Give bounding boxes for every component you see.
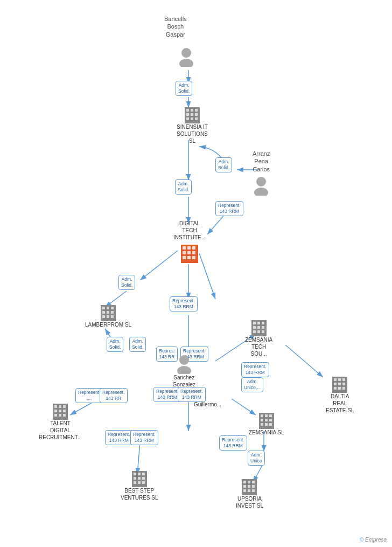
sinensia-label: SINENSIA IT SOLUTIONS SL <box>177 123 208 144</box>
svg-point-55 <box>179 355 189 365</box>
svg-point-21 <box>181 48 191 58</box>
sinensia-node[interactable]: SINENSIA IT SOLUTIONS SL <box>177 105 208 146</box>
badge-represent-5[interactable]: Represent.143 RRM <box>241 362 269 377</box>
svg-rect-93 <box>269 419 272 421</box>
svg-rect-91 <box>261 419 263 421</box>
digital-tech-node[interactable]: DIGITAL TECH INSTITUTE... <box>173 220 206 263</box>
svg-rect-28 <box>191 113 193 116</box>
svg-rect-100 <box>142 473 145 475</box>
svg-rect-116 <box>252 489 255 492</box>
copyright-symbol: © <box>360 537 363 543</box>
svg-rect-48 <box>111 307 114 309</box>
svg-rect-95 <box>265 423 268 426</box>
lamberprom-label: LAMBERPROM SL <box>85 321 131 328</box>
svg-rect-36 <box>183 246 186 250</box>
svg-rect-75 <box>338 387 341 390</box>
bancells-icon <box>178 47 195 67</box>
svg-rect-53 <box>107 315 109 318</box>
svg-rect-86 <box>63 414 66 417</box>
upsoria-label: UPSORIA INVEST SL <box>236 495 263 509</box>
svg-rect-37 <box>187 246 191 250</box>
svg-rect-71 <box>334 383 337 385</box>
zemsania-tech-node[interactable]: ZEMSANIA TECH SOU... <box>245 318 272 358</box>
svg-rect-32 <box>195 117 198 120</box>
zemsania-tech-label: ZEMSANIA TECH SOU... <box>245 336 272 357</box>
best-step-node[interactable]: BEST STEP VENTURES SL <box>121 469 158 502</box>
badge-adm-unico-2[interactable]: Adm.Unico <box>248 451 265 466</box>
svg-line-7 <box>140 251 178 280</box>
badge-adm-unico-1[interactable]: Adm.Unico,... <box>241 377 263 392</box>
badge-represent-dot[interactable]: Represent..... <box>75 388 103 403</box>
svg-rect-63 <box>262 326 264 329</box>
badge-represent-10[interactable]: Represent.143 RRM <box>130 430 158 445</box>
svg-rect-101 <box>134 477 136 480</box>
talent-node[interactable]: TALENT DIGITAL RECRUITMENT... <box>39 401 82 442</box>
guillermo-label: Guillermo... <box>194 401 221 407</box>
svg-rect-46 <box>102 307 105 309</box>
svg-rect-52 <box>102 315 105 318</box>
svg-rect-102 <box>138 477 141 480</box>
badge-adm-solid-1[interactable]: Adm.Solid. <box>176 81 192 96</box>
svg-rect-76 <box>342 387 345 390</box>
svg-rect-66 <box>262 330 264 333</box>
svg-rect-27 <box>186 113 189 116</box>
badge-represent-9[interactable]: Represent.143 RRM <box>105 430 133 445</box>
svg-rect-68 <box>334 378 337 381</box>
daltia-label: DALTIA REAL ESTATE SL <box>326 393 354 414</box>
svg-rect-47 <box>107 307 109 309</box>
svg-rect-79 <box>59 405 61 408</box>
copyright-text: Empresa <box>365 537 387 543</box>
zemsania-sl-label: ZEMSANIA SL <box>249 429 284 436</box>
badge-adm-solid-2b[interactable]: Adm.Solid. <box>215 157 232 172</box>
daltia-node[interactable]: DALTIA REAL ESTATE SL <box>326 375 354 415</box>
svg-rect-78 <box>54 405 57 408</box>
svg-rect-89 <box>265 414 268 417</box>
svg-rect-85 <box>59 414 61 417</box>
lamberprom-node[interactable]: LAMBERPROM SL <box>85 303 131 329</box>
svg-rect-49 <box>102 311 105 314</box>
arranz-node: Arranz Pena Carlos <box>253 150 270 196</box>
svg-point-33 <box>256 177 266 186</box>
svg-rect-42 <box>183 256 186 259</box>
badge-adm-solid-3[interactable]: Adm.Solid. <box>118 275 135 290</box>
svg-point-22 <box>179 59 193 67</box>
svg-rect-59 <box>257 322 260 324</box>
svg-rect-103 <box>142 477 145 480</box>
badge-adm-solid-4[interactable]: Adm.Solid. <box>107 337 123 352</box>
svg-rect-65 <box>257 330 260 333</box>
svg-rect-84 <box>54 414 57 417</box>
talent-label: TALENT DIGITAL RECRUITMENT... <box>39 420 82 441</box>
svg-rect-74 <box>334 387 337 390</box>
bancells-node: Bancells Bosch Gaspar <box>164 15 187 39</box>
svg-point-34 <box>254 188 268 196</box>
badge-represent-7[interactable]: Represent.143 RRM <box>178 387 206 402</box>
copyright: © Empresa <box>360 537 387 543</box>
badge-adm-solid-2[interactable]: Adm.Solid. <box>175 179 192 195</box>
svg-rect-94 <box>261 423 263 426</box>
svg-rect-41 <box>192 251 195 254</box>
svg-rect-114 <box>243 489 246 492</box>
svg-rect-58 <box>253 322 256 324</box>
svg-rect-54 <box>111 315 114 318</box>
svg-rect-105 <box>138 481 141 484</box>
svg-rect-110 <box>252 481 255 483</box>
zemsania-sl-node[interactable]: ZEMSANIA SL <box>249 411 284 437</box>
svg-rect-51 <box>111 311 114 314</box>
svg-rect-44 <box>192 256 195 259</box>
svg-rect-104 <box>134 481 136 484</box>
svg-rect-50 <box>107 311 109 314</box>
badge-represent-1[interactable]: Represent.143 RRM <box>215 201 243 216</box>
svg-rect-108 <box>243 481 246 483</box>
svg-rect-112 <box>248 485 250 488</box>
badge-adm-solid-5[interactable]: Adm.Solid. <box>129 337 146 352</box>
svg-rect-82 <box>59 410 61 412</box>
upsoria-node[interactable]: UPSORIA INVEST SL <box>236 477 263 510</box>
badge-represent-6[interactable]: Represent.143 RRM <box>153 387 181 402</box>
badge-represent-2[interactable]: Represent.143 RRM <box>170 296 198 311</box>
svg-rect-24 <box>186 109 189 112</box>
badge-represent-8[interactable]: Represent.143 RR <box>100 388 128 403</box>
badge-represent-11[interactable]: Represent.143 RRM <box>219 435 247 451</box>
svg-rect-111 <box>243 485 246 488</box>
svg-rect-106 <box>142 481 145 484</box>
svg-rect-62 <box>257 326 260 329</box>
